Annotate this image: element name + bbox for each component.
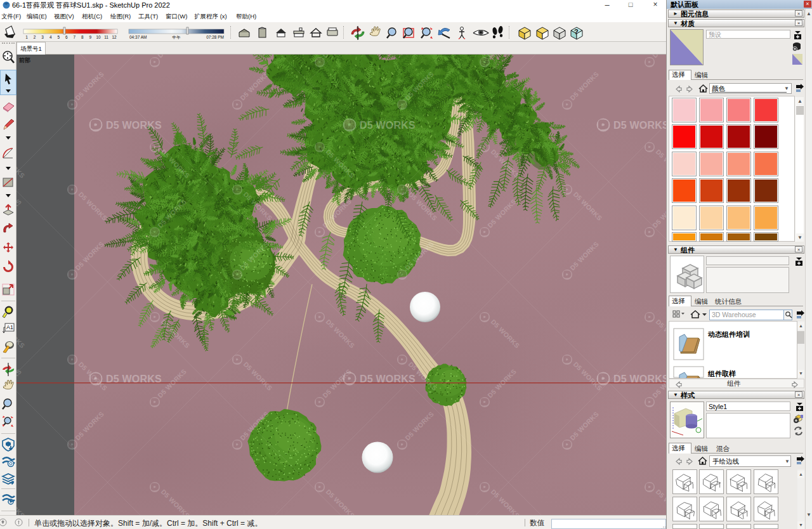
svg-text:D5 WORKS: D5 WORKS [106,374,162,384]
svg-text:A1: A1 [6,324,13,330]
svg-text:D5 WORKS: D5 WORKS [360,120,416,131]
svg-text:?: ? [574,28,579,36]
svg-text:4: 4 [49,35,52,39]
svg-text:2: 2 [34,35,36,39]
svg-text:3: 3 [41,35,44,39]
svg-text:D5 WORKS: D5 WORKS [106,120,162,131]
svg-text:07:28 PM: 07:28 PM [206,35,224,39]
svg-text:1: 1 [25,35,28,39]
svg-text:12: 12 [112,35,117,39]
svg-text:D5 WORKS: D5 WORKS [613,120,666,131]
svg-text:6: 6 [65,35,68,39]
svg-text:D5 WORKS: D5 WORKS [613,374,666,384]
svg-text:04:37 AM: 04:37 AM [129,35,147,39]
svg-text:9: 9 [89,35,92,39]
svg-text:10: 10 [96,35,101,39]
svg-text:11: 11 [104,35,108,39]
svg-text:D5 WORKS: D5 WORKS [360,374,416,384]
svg-text:5: 5 [57,35,60,39]
svg-text:中午: 中午 [173,35,181,39]
svg-text:前部: 前部 [18,57,30,63]
svg-text:7: 7 [73,35,75,39]
svg-text:8: 8 [81,35,84,39]
